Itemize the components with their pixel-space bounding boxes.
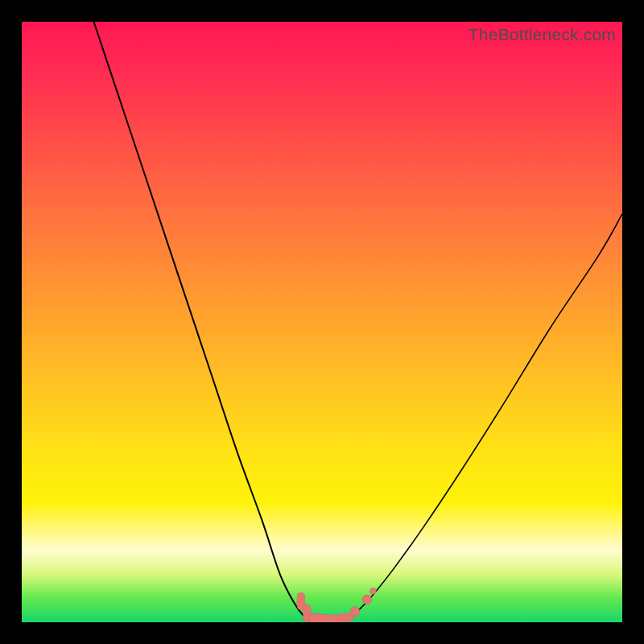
chart-overlay	[22, 22, 622, 622]
data-marker	[369, 588, 376, 594]
chart-frame: TheBottleneck.com	[0, 0, 644, 644]
data-marker	[350, 607, 360, 617]
plot-area: TheBottleneck.com	[22, 22, 622, 622]
curve-left-branch	[94, 22, 304, 617]
curve-right-branch	[352, 214, 622, 617]
data-marker	[362, 595, 372, 605]
